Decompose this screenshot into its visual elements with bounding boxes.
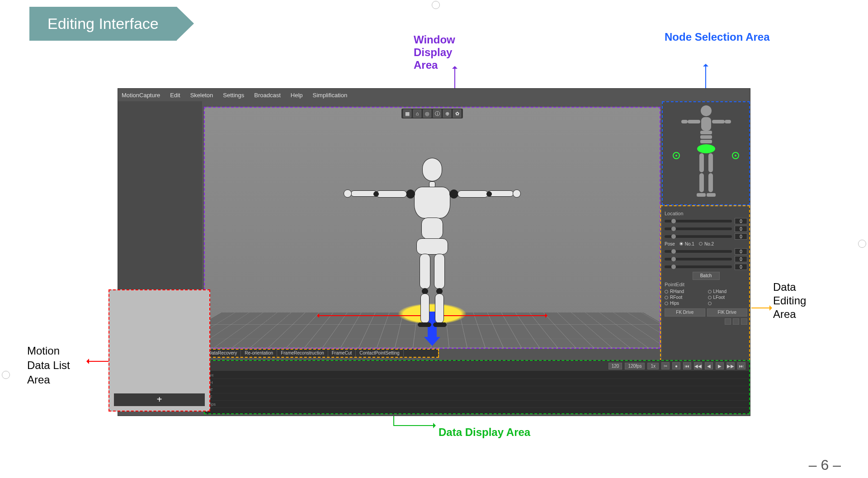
callout-arrow-data-display-v	[393, 416, 394, 426]
timeline-tracks[interactable]: RH LH RF LF Hips	[205, 371, 749, 408]
motion-data-list-panel[interactable]: +	[108, 289, 210, 412]
callout-node-selection: Node Selection Area	[665, 31, 770, 43]
pose-option-1[interactable]: No.1	[679, 241, 694, 246]
fik-drive-button[interactable]: FIK Drive	[707, 308, 748, 317]
batch-button[interactable]: Batch	[693, 272, 720, 280]
mannequin-upperarm-right	[458, 190, 488, 198]
edit-tool-tabs: DataRecovery Re-orientation FrameReconst…	[204, 349, 439, 358]
callout-arrow-data-display-h	[393, 425, 434, 426]
pose-option-2[interactable]: No.2	[699, 241, 714, 246]
record-icon[interactable]: ●	[672, 362, 680, 369]
skip-end-icon[interactable]: ⏭	[737, 362, 745, 369]
pose-value-2[interactable]: 0	[735, 256, 747, 262]
viewport-window-display-area[interactable]: ▦ ⌂ ◎ ⓘ ⊕ ✿	[204, 107, 660, 349]
mannequin-foot-left	[418, 322, 431, 327]
pose-section-label: Pose	[665, 241, 675, 246]
hand-select-dot-right	[735, 155, 736, 156]
mannequin-abdomen	[421, 218, 443, 239]
cut-icon[interactable]: ✂	[661, 362, 670, 369]
grid-icon[interactable]: ▦	[403, 109, 411, 118]
location-x-value[interactable]: 0	[735, 218, 747, 224]
timeline-fps-label[interactable]: 120fps	[625, 363, 645, 369]
step-back-icon[interactable]: ◀◀	[694, 362, 702, 369]
menu-simplification[interactable]: Simplification	[313, 92, 348, 99]
menu-broadcast[interactable]: Broadcast	[254, 92, 281, 99]
svg-rect-11	[708, 153, 713, 172]
settings-icon[interactable]: ✿	[453, 109, 461, 118]
hand-select-dot-left	[675, 155, 677, 156]
export-icon[interactable]	[741, 318, 747, 325]
menu-settings[interactable]: Settings	[223, 92, 244, 99]
pointedit-section-label: PointEdit	[665, 282, 747, 287]
pointedit-lfoot[interactable]: LFoot	[708, 295, 748, 300]
mannequin-foot-right	[433, 322, 447, 327]
mannequin-hand-right	[513, 189, 521, 198]
play-icon[interactable]: ▶	[716, 362, 724, 369]
skip-start-icon[interactable]: ⏮	[683, 362, 691, 369]
svg-rect-12	[699, 173, 704, 192]
tab-datarecovery[interactable]: DataRecovery	[205, 350, 241, 357]
svg-rect-4	[700, 140, 712, 143]
info-icon[interactable]: ⓘ	[433, 109, 441, 118]
menu-skeleton[interactable]: Skeleton	[190, 92, 213, 99]
callout-window-display: Window Display Area	[414, 33, 455, 71]
location-y-value[interactable]: 0	[735, 226, 747, 232]
add-icon[interactable]: ⊕	[443, 109, 451, 118]
target-icon[interactable]: ◎	[423, 109, 431, 118]
page-number-value: 6	[821, 457, 829, 473]
menu-motioncapture[interactable]: MotionCapture	[122, 92, 160, 99]
location-section-label: Location	[665, 211, 747, 216]
callout-data-display: Data Display Area	[439, 426, 530, 439]
pose-slider-1[interactable]	[665, 250, 732, 253]
menu-edit[interactable]: Edit	[170, 92, 180, 99]
timeline-track-rh[interactable]: RH	[208, 372, 749, 379]
timeline-track-hips[interactable]: Hips	[208, 401, 749, 408]
tab-framecut[interactable]: FrameCut	[328, 350, 356, 357]
timeline-track-lh[interactable]: LH	[208, 379, 749, 386]
pointedit-lhand[interactable]: LHand	[708, 289, 748, 294]
timeline-frame-field[interactable]: 120	[609, 363, 623, 369]
slide-title-text: Editing Interface	[47, 15, 159, 33]
svg-rect-9	[725, 120, 731, 123]
slide-decoration-circle	[2, 371, 10, 379]
timeline-speed-label[interactable]: 1x	[647, 363, 659, 369]
pose-value-3[interactable]: 0	[735, 264, 747, 270]
pose-slider-2[interactable]	[665, 258, 732, 260]
tab-contactpointsetting[interactable]: ContactPointSetting	[356, 350, 403, 357]
node-selection-panel[interactable]	[662, 101, 750, 205]
mannequin-head	[422, 158, 442, 181]
pose-option-2-label: No.2	[704, 241, 714, 246]
mannequin-shin-right	[435, 293, 444, 323]
node-skeleton-icon	[681, 104, 731, 199]
pose-slider-3[interactable]	[665, 265, 732, 268]
pointedit-rfoot[interactable]: RFoot	[665, 295, 704, 300]
location-z-value[interactable]: 0	[735, 233, 747, 240]
menu-help[interactable]: Help	[291, 92, 303, 99]
undo-icon[interactable]	[725, 318, 731, 325]
timeline-track-rf[interactable]: RF	[208, 386, 749, 393]
mannequin-thigh-right	[434, 254, 445, 289]
timeline-track-lf[interactable]: LF	[208, 393, 749, 401]
play-back-icon[interactable]: ◀	[705, 362, 713, 369]
location-z-slider[interactable]	[665, 235, 732, 238]
mannequin-hand-left	[344, 189, 352, 198]
tab-framereconstruction[interactable]: FrameReconstruction	[277, 350, 328, 357]
svg-rect-13	[708, 173, 713, 192]
mannequin-elbow-right	[486, 191, 492, 197]
svg-rect-10	[699, 153, 704, 172]
step-fwd-icon[interactable]: ▶▶	[726, 362, 735, 369]
pose-value-1[interactable]: 0	[735, 248, 747, 255]
viewport-mannequin[interactable]	[369, 158, 495, 321]
add-motion-data-button[interactable]: +	[114, 393, 205, 406]
location-y-slider[interactable]	[665, 227, 732, 230]
svg-rect-8	[681, 120, 688, 123]
camera-icon[interactable]: ⌂	[413, 109, 421, 118]
tab-reorientation[interactable]: Re-orientation	[241, 350, 277, 357]
fk-drive-button[interactable]: FK Drive	[665, 308, 705, 317]
location-x-slider[interactable]	[665, 220, 732, 222]
redo-icon[interactable]	[733, 318, 739, 325]
radio-icon	[679, 242, 683, 246]
pointedit-rhand[interactable]: RHand	[665, 289, 704, 294]
pointedit-hips[interactable]: Hips	[665, 301, 704, 306]
viewport-toolbar: ▦ ⌂ ◎ ⓘ ⊕ ✿	[401, 109, 463, 118]
